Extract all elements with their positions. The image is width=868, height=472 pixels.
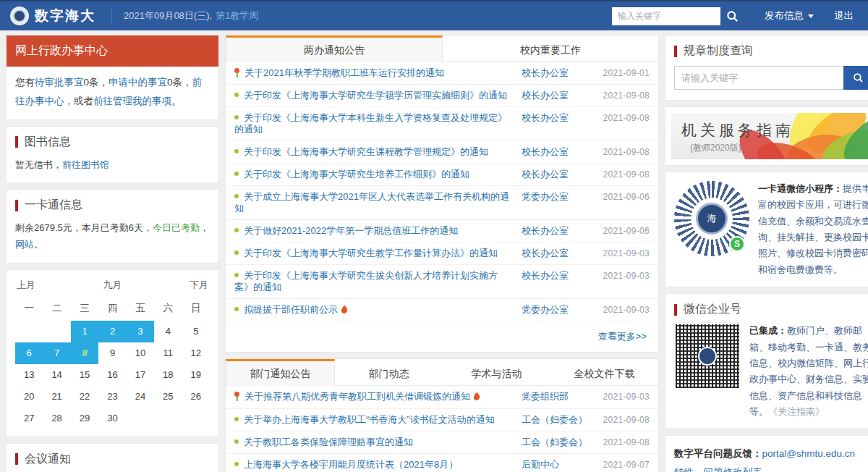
notice-department-link[interactable]: 党委办公室 [522, 304, 597, 316]
calendar-day[interactable]: 7 [43, 342, 70, 364]
calendar-day[interactable]: 3 [127, 321, 154, 342]
calendar-day[interactable]: 6 [15, 342, 43, 364]
notice-title-link[interactable]: 关于做好2021-2022学年第一学期总值班工作的通知 [244, 225, 458, 236]
inline-text: 。 [34, 239, 43, 250]
tab-部门动态[interactable]: 部门动态 [335, 359, 443, 386]
teaching-week-link[interactable]: 第1教学周 [216, 9, 258, 22]
notice-row: 拟提拔干部任职前公示党委办公室2021-09-03 [226, 299, 658, 322]
notice-department-link[interactable]: 校长办公室 [522, 146, 597, 158]
notice-department-link[interactable]: 校长办公室 [522, 225, 597, 237]
logout-link[interactable]: 退出 [834, 9, 854, 22]
calendar-day[interactable]: 15 [71, 364, 98, 386]
tab-全校文件下载[interactable]: 全校文件下载 [550, 359, 658, 386]
inline-text: 一卡通微信小程序： [758, 183, 843, 194]
notice-title-link[interactable]: 关于印发《上海海事大学研究生学籍学历管理实施细则》的通知 [244, 90, 507, 101]
topbar-actions: 发布信息 退出 [612, 7, 858, 25]
notice-row: 关于印发《上海海事大学研究生学籍学历管理实施细则》的通知校长办公室2021-09… [226, 85, 658, 107]
changelog-line: 特性、问题修改列表 [674, 463, 868, 472]
calendar-prev-month[interactable]: 上月 [17, 279, 35, 292]
tab-校内重要工作[interactable]: 校内重要工作 [443, 35, 658, 62]
inline-link[interactable]: 前往管理我的事项 [93, 96, 171, 106]
notice-title-link[interactable]: 关于印发《上海海事大学研究生教学工作量计算办法》的通知 [244, 248, 498, 258]
inline-link[interactable]: 申请中的事宜 [109, 77, 167, 88]
notice-title-link[interactable]: 关于印发《上海海事大学研究生培养工作细则》的通知 [244, 169, 469, 180]
notice-department-link[interactable]: 党委组织部 [522, 391, 597, 403]
rules-search-input[interactable] [674, 66, 843, 90]
calendar-day[interactable]: 9 [98, 342, 126, 364]
offices-tabbar: 两办通知公告校内重要工作 [226, 35, 658, 62]
notice-department-link[interactable]: 校长办公室 [522, 169, 597, 180]
calendar-day[interactable]: 1 [71, 321, 98, 342]
inline-link[interactable]: 待审批事宜 [35, 77, 84, 88]
search-icon[interactable] [726, 10, 739, 22]
calendar-day[interactable]: 30 [98, 408, 126, 429]
calendar-day[interactable]: 28 [43, 408, 70, 429]
notice-department-link[interactable]: 工会（妇委会） [522, 437, 597, 448]
wechat-icon: S [729, 236, 745, 252]
notice-row: 关于印发《上海海事大学研究生课程教学管理规定》的通知校长办公室2021-09-0… [226, 141, 658, 164]
library-summary: 暂无借书，前往图书馆 [7, 153, 218, 182]
library-title: 图书信息 [7, 127, 218, 153]
notice-department-link[interactable]: 后勤中心 [522, 459, 597, 471]
calendar-day[interactable]: 27 [15, 408, 43, 429]
calendar-day[interactable]: 10 [127, 342, 154, 364]
calendar-day-today[interactable]: 8 [71, 342, 98, 364]
calendar-day[interactable]: 13 [15, 364, 43, 386]
calendar-day[interactable]: 24 [127, 386, 154, 408]
calendar-weekday: 五 [127, 298, 154, 321]
notice-department-link[interactable]: 党委办公室 [522, 191, 597, 203]
publish-info-menu[interactable]: 发布信息 [765, 9, 814, 22]
tab-学术与活动[interactable]: 学术与活动 [443, 359, 550, 386]
notice-department-link[interactable]: 校长办公室 [522, 248, 597, 259]
notice-title-link[interactable]: 关于2021年秋季学期教职工班车运行安排的通知 [244, 67, 444, 78]
notice-department-link[interactable]: 校长办公室 [522, 67, 597, 79]
notice-title-link[interactable]: 关于印发《上海海事大学研究生拔尖创新人才培养计划实施方案》的通知 [234, 270, 498, 292]
calendar-day[interactable]: 20 [15, 386, 43, 408]
calendar-day[interactable]: 12 [182, 342, 210, 364]
calendar-next-month[interactable]: 下月 [190, 279, 208, 292]
calendar-day[interactable]: 5 [182, 321, 210, 342]
notice-title-link[interactable]: 关于成立上海海事大学2021年区人大代表选举工作有关机构的通知 [234, 191, 509, 214]
calendar-empty-cell [127, 408, 154, 429]
notice-department-link[interactable]: 校长办公室 [522, 90, 597, 101]
notice-title-link[interactable]: 关于推荐第八期优秀青年教职工到机关借调锻炼的通知 [244, 391, 470, 402]
service-guide-banner[interactable]: 机关服务指南 (教师2020版) [671, 113, 868, 159]
notice-title-link[interactable]: 关于印发《上海海事大学研究生课程教学管理规定》的通知 [244, 146, 488, 157]
notice-department-link[interactable]: 校长办公室 [522, 112, 597, 124]
calendar-day[interactable]: 14 [43, 364, 70, 386]
global-search-input[interactable] [612, 7, 720, 25]
inline-link[interactable]: portal@shmtu.edu.cn [762, 448, 856, 459]
calendar-day[interactable]: 2 [98, 321, 126, 342]
notice-title-link[interactable]: 关于印发《上海海事大学本科生新生入学资格复查及处理规定》的通知 [234, 112, 507, 135]
calendar-day[interactable]: 4 [154, 321, 182, 342]
departments-notice-list: 关于推荐第八期优秀青年教职工到机关借调锻炼的通知党委组织部2021-09-03关… [226, 386, 658, 472]
inline-link[interactable]: 特性、问题修改列表 [674, 467, 762, 472]
section-marker [15, 136, 18, 148]
notice-department-link[interactable]: 校长办公室 [522, 270, 597, 282]
calendar-day[interactable]: 16 [98, 364, 126, 386]
notice-title-link[interactable]: 关于举办上海海事大学教职工“书香海大”读书征文活动的通知 [244, 414, 495, 425]
calendar-day[interactable]: 17 [127, 364, 154, 386]
notice-title-link[interactable]: 上海海事大学各楼宇用能月度统计表（2021年8月） [244, 459, 458, 470]
tab-两办通知公告[interactable]: 两办通知公告 [226, 35, 443, 62]
notice-row: 关于印发《上海海事大学研究生教学工作量计算办法》的通知校长办公室2021-09-… [226, 243, 658, 265]
calendar-day[interactable]: 11 [154, 342, 182, 364]
notice-department-link[interactable]: 工会（妇委会） [522, 414, 597, 426]
calendar-day[interactable]: 21 [43, 386, 70, 408]
miniprogram-qr-code: 海 S [674, 181, 749, 256]
notice-title-link[interactable]: 拟提拔干部任职前公示 [244, 304, 338, 315]
rules-search-button[interactable] [843, 66, 868, 90]
calendar-day[interactable]: 25 [154, 386, 182, 408]
calendar-day[interactable]: 23 [98, 386, 126, 408]
calendar-day[interactable]: 29 [71, 408, 98, 429]
calendar-day[interactable]: 26 [182, 386, 210, 408]
notice-title-link[interactable]: 关于教职工各类保险保障理赔事宜的通知 [244, 437, 413, 447]
university-seal-icon: 海 [696, 203, 728, 235]
calendar-day[interactable]: 22 [71, 386, 98, 408]
tab-部门通知公告[interactable]: 部门通知公告 [226, 359, 335, 386]
calendar-day[interactable]: 18 [154, 364, 182, 386]
inline-link[interactable]: 前往图书馆 [62, 159, 109, 170]
inline-link[interactable]: 网站 [15, 239, 34, 250]
view-more-link[interactable]: 查看更多>> [598, 331, 647, 342]
calendar-day[interactable]: 19 [182, 364, 210, 386]
